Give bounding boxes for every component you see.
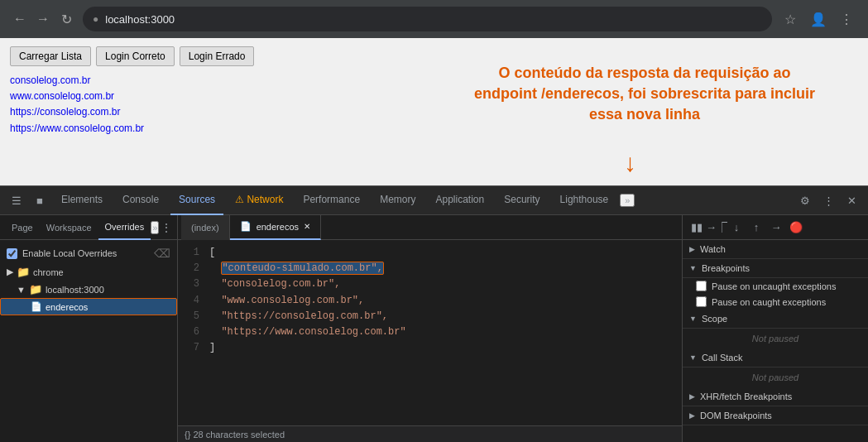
overlay-annotation: O conteúdo da resposta da requisição ao … — [471, 63, 818, 126]
pause-caught-label: Pause on caught exceptions — [712, 297, 826, 307]
fp-tab-workspace[interactable]: Workspace — [40, 215, 98, 240]
pause-caught-row: Pause on caught exceptions — [683, 294, 868, 310]
fp-tab-more[interactable]: » — [151, 221, 159, 234]
highlighted-string: "conteudo-simulado.com.br", — [221, 262, 383, 275]
address-bar[interactable]: ● localhost:3000 — [83, 7, 772, 31]
tab-console[interactable]: Console — [114, 186, 167, 215]
tab-network[interactable]: ⚠ Network — [227, 186, 291, 215]
breakpoints-section-header[interactable]: ▼ Breakpoints — [683, 259, 868, 278]
editor-tab-index[interactable]: (index) — [181, 215, 230, 240]
ft-folder-localhost[interactable]: ▼ 📁 localhost:3000 — [0, 281, 177, 298]
code-line-4: "www.consolelog.com.br", — [209, 293, 675, 309]
enable-overrides-checkbox[interactable] — [7, 248, 17, 259]
string-6: "https://www.consolelog.com.br" — [221, 326, 405, 338]
editor-tab-enderecos[interactable]: 📄 enderecos ✕ — [230, 215, 321, 240]
tab-lighthouse[interactable]: Lighthouse — [552, 186, 617, 215]
devtools: ☰ ■ Elements Console Sources ⚠ Network P… — [0, 185, 868, 442]
deactivate-breakpoints-icon[interactable]: 🔴 — [787, 219, 805, 237]
enderecos-tab-icon: 📄 — [240, 221, 252, 232]
fp-tab-overrides[interactable]: Overrides — [98, 215, 151, 240]
reload-button[interactable]: ↻ — [56, 9, 76, 29]
chrome-folder-label: chrome — [33, 267, 64, 277]
code-line-5: "https://consolelog.com.br", — [209, 309, 675, 324]
step-icon[interactable]: → — [767, 219, 785, 237]
watch-arrow-icon: ▶ — [689, 245, 695, 253]
tab-elements[interactable]: Elements — [53, 186, 111, 215]
pause-caught-checkbox[interactable] — [696, 296, 707, 307]
tab-security[interactable]: Security — [496, 186, 548, 215]
call-stack-arrow-icon: ▼ — [689, 353, 697, 362]
fp-more-options[interactable]: ⋮ — [161, 221, 172, 234]
profile-button[interactable]: 👤 — [807, 7, 830, 31]
forward-button[interactable]: → — [33, 9, 53, 29]
override-info-icon: ⌫ — [154, 247, 170, 260]
enderecos-tab-label: enderecos — [257, 222, 299, 232]
editor-panel: (index) 📄 enderecos ✕ 1234567 [ "conteud… — [178, 215, 682, 442]
devtools-menu-icon[interactable]: ☰ — [7, 190, 26, 210]
bookmark-button[interactable]: ☆ — [779, 7, 802, 31]
tab-application[interactable]: Application — [427, 186, 492, 215]
settings-icon[interactable]: ⚙ — [795, 190, 815, 210]
devtools-body: Page Workspace Overrides » ⋮ Enable Loca… — [0, 215, 868, 442]
menu-button[interactable]: ⋮ — [835, 7, 858, 31]
code-line-2: "conteudo-simulado.com.br", — [209, 261, 675, 276]
webpage: Carregar Lista Login Correto Login Errad… — [0, 38, 868, 185]
enderecos-file-label: enderecos — [46, 302, 88, 312]
xhr-breakpoints-section-header[interactable]: ▶ XHR/fetch Breakpoints — [683, 387, 868, 406]
scope-section-header[interactable]: ▼ Scope — [683, 310, 868, 329]
watch-section-header[interactable]: ▶ Watch — [683, 240, 868, 259]
step-into-icon[interactable]: ↓ — [727, 219, 746, 237]
chevron-down-icon: ▼ — [17, 285, 26, 295]
more-tabs-button[interactable]: » — [620, 194, 635, 207]
editor-status: {} 28 characters selected — [178, 425, 682, 442]
enable-overrides-label: Enable Local Overrides — [22, 248, 117, 258]
ft-folder-chrome[interactable]: ▶ 📁 chrome — [0, 263, 177, 281]
localhost-folder-label: localhost:3000 — [46, 285, 104, 295]
watch-label: Watch — [700, 244, 726, 254]
step-out-icon[interactable]: ↑ — [747, 219, 765, 237]
enable-overrides-row: Enable Local Overrides ⌫ — [0, 243, 177, 263]
more-options-icon[interactable]: ⋮ — [818, 190, 838, 210]
editor-tabs: (index) 📄 enderecos ✕ — [178, 215, 682, 240]
call-stack-not-paused: Not paused — [683, 368, 868, 387]
breakpoints-label: Breakpoints — [702, 263, 750, 273]
close-tab-icon[interactable]: ✕ — [304, 222, 310, 231]
folder-icon-chrome: 📁 — [17, 266, 30, 278]
debugger-panel: ▮▮ →⎾ ↓ ↑ → 🔴 ▶ Watch ▼ Breakpoints Paus… — [682, 215, 868, 442]
scope-arrow-icon: ▼ — [689, 315, 697, 323]
close-devtools-icon[interactable]: ✕ — [842, 190, 861, 210]
code-area[interactable]: [ "conteudo-simulado.com.br", "consolelo… — [203, 240, 682, 425]
code-line-6: "https://www.consolelog.com.br" — [209, 324, 675, 340]
pause-uncaught-label: Pause on uncaught exceptions — [712, 281, 836, 291]
tab-sources[interactable]: Sources — [170, 186, 223, 215]
pause-uncaught-checkbox[interactable] — [696, 281, 707, 291]
debugger-toolbar: ▮▮ →⎾ ↓ ↑ → 🔴 — [683, 215, 868, 240]
arrow-down-icon: ↓ — [624, 149, 636, 177]
tab-performance[interactable]: Performance — [295, 186, 368, 215]
string-3: "consolelog.com.br", — [221, 278, 340, 290]
nav-buttons: ← → ↻ — [10, 9, 76, 29]
address-text: localhost:3000 — [105, 13, 762, 26]
inspect-icon[interactable]: ■ — [30, 190, 50, 210]
file-panel-tabs: Page Workspace Overrides » ⋮ — [0, 215, 177, 240]
call-stack-section-header[interactable]: ▼ Call Stack — [683, 348, 868, 368]
dom-breakpoints-label: DOM Breakpoints — [700, 411, 772, 420]
file-tree: Enable Local Overrides ⌫ ▶ 📁 chrome ▼ 📁 … — [0, 240, 177, 442]
ft-file-enderecos[interactable]: 📄 enderecos — [0, 298, 177, 315]
call-stack-label: Call Stack — [702, 353, 743, 363]
login-correto-button[interactable]: Login Correto — [96, 46, 175, 66]
dom-breakpoints-section-header[interactable]: ▶ DOM Breakpoints — [683, 406, 868, 425]
pause-uncaught-row: Pause on uncaught exceptions — [683, 278, 868, 294]
back-button[interactable]: ← — [10, 9, 30, 29]
string-4: "www.consolelog.com.br", — [221, 295, 364, 306]
pause-icon[interactable]: ▮▮ — [688, 219, 706, 237]
browser-chrome: ← → ↻ ● localhost:3000 ☆ 👤 ⋮ — [0, 0, 868, 38]
code-line-7: ] — [209, 340, 675, 356]
devtools-toolbar-right: ⚙ ⋮ ✕ — [795, 190, 861, 210]
tab-memory[interactable]: Memory — [372, 186, 424, 215]
string-5: "https://consolelog.com.br", — [221, 310, 388, 322]
login-errado-button[interactable]: Login Errado — [180, 46, 255, 66]
step-over-icon[interactable]: →⎾ — [707, 219, 726, 237]
fp-tab-page[interactable]: Page — [5, 215, 40, 240]
carregar-lista-button[interactable]: Carregar Lista — [10, 46, 91, 66]
